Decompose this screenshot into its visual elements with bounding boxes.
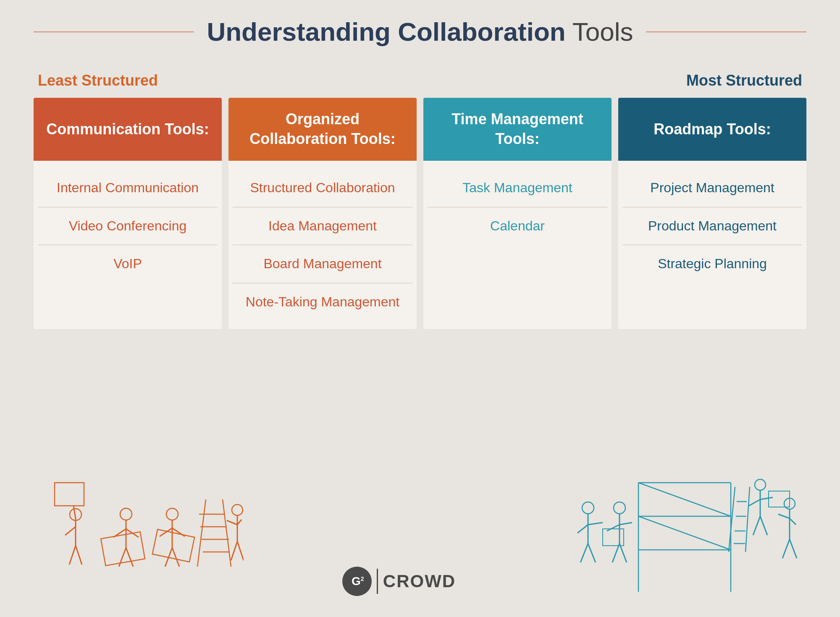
svg-point-27 xyxy=(232,505,243,515)
svg-line-20 xyxy=(172,548,179,567)
svg-line-6 xyxy=(76,546,82,565)
title-light: Tools xyxy=(566,17,633,46)
col-header-communication: Communication Tools: xyxy=(34,98,222,161)
svg-line-1 xyxy=(74,506,76,518)
svg-line-55 xyxy=(620,523,632,525)
svg-line-4 xyxy=(65,527,76,535)
svg-line-57 xyxy=(612,544,620,562)
page-title: Understanding Collaboration Tools xyxy=(207,17,633,47)
svg-line-38 xyxy=(638,483,731,516)
item-video-conferencing: Video Conferencing xyxy=(38,207,218,246)
page-wrapper: Understanding Collaboration Tools Least … xyxy=(0,0,840,617)
header-line-left xyxy=(34,31,194,32)
svg-line-54 xyxy=(607,525,620,531)
svg-line-70 xyxy=(782,539,790,558)
column-roadmap: Roadmap Tools: Project Management Produc… xyxy=(618,98,806,329)
header-line-right xyxy=(646,31,806,32)
svg-line-61 xyxy=(749,499,760,506)
g2-logo: G2 CROWD xyxy=(342,567,456,596)
svg-line-22 xyxy=(223,499,231,567)
svg-line-41 xyxy=(746,487,750,552)
item-idea-management: Idea Management xyxy=(233,207,412,246)
svg-line-40 xyxy=(729,487,735,552)
col-items-communication: Internal Communication Video Conferencin… xyxy=(34,161,222,291)
illustration-right xyxy=(554,474,798,600)
item-product-management: Product Management xyxy=(622,207,802,246)
svg-line-48 xyxy=(578,525,588,533)
bottom-section: G2 CROWD xyxy=(34,350,806,600)
svg-line-21 xyxy=(197,499,206,567)
svg-line-5 xyxy=(69,546,76,565)
grid-section: Communication Tools: Internal Communicat… xyxy=(34,98,806,329)
illustration-left xyxy=(42,474,244,600)
item-strategic-planning: Strategic Planning xyxy=(622,245,802,283)
title-bold: Understanding Collaboration xyxy=(207,17,565,46)
svg-line-50 xyxy=(580,544,588,562)
column-communication: Communication Tools: Internal Communicat… xyxy=(34,98,222,329)
svg-line-68 xyxy=(778,514,790,518)
svg-line-32 xyxy=(237,541,244,560)
svg-line-39 xyxy=(638,516,731,550)
right-illustration-svg xyxy=(554,474,798,600)
item-structured-collaboration: Structured Collaboration xyxy=(233,169,412,207)
svg-line-31 xyxy=(231,541,237,560)
col-header-organized: Organized Collaboration Tools: xyxy=(228,98,417,161)
svg-line-12 xyxy=(119,548,126,567)
item-internal-communication: Internal Communication xyxy=(38,169,218,207)
svg-point-46 xyxy=(582,502,594,514)
col-items-time: Task Management Calendar xyxy=(423,161,612,253)
column-time: Time Management Tools: Task Management C… xyxy=(423,98,612,329)
g2-badge: G2 xyxy=(342,567,372,596)
item-note-taking: Note-Taking Management xyxy=(233,283,412,321)
col-header-roadmap: Roadmap Tools: xyxy=(618,98,806,161)
svg-line-13 xyxy=(126,548,133,567)
g2-crowd-text: CROWD xyxy=(383,571,456,591)
column-organized: Organized Collaboration Tools: Structure… xyxy=(228,98,417,329)
svg-line-58 xyxy=(620,544,627,562)
svg-point-59 xyxy=(755,479,766,490)
left-illustration-svg xyxy=(42,474,244,600)
col-items-organized: Structured Collaboration Idea Management… xyxy=(228,161,417,329)
svg-line-49 xyxy=(588,523,603,525)
item-project-management: Project Management xyxy=(622,169,802,207)
svg-point-52 xyxy=(614,502,625,514)
svg-point-7 xyxy=(120,508,132,520)
item-board-management: Board Management xyxy=(233,245,412,283)
g2-divider xyxy=(377,569,378,594)
svg-line-71 xyxy=(790,539,797,558)
svg-point-14 xyxy=(166,508,178,520)
svg-line-51 xyxy=(588,544,596,562)
item-task-management: Task Management xyxy=(428,169,607,207)
svg-line-65 xyxy=(760,516,767,535)
item-calendar: Calendar xyxy=(428,207,607,245)
label-most-structured: Most Structured xyxy=(686,72,802,89)
header-section: Understanding Collaboration Tools xyxy=(34,17,806,47)
col-items-roadmap: Project Management Product Management St… xyxy=(618,161,806,291)
item-voip: VoIP xyxy=(38,245,218,283)
svg-line-69 xyxy=(790,518,796,525)
svg-rect-18 xyxy=(152,529,195,562)
svg-rect-56 xyxy=(603,529,624,546)
svg-line-29 xyxy=(227,520,237,525)
svg-rect-0 xyxy=(55,483,84,506)
svg-line-64 xyxy=(753,516,760,535)
svg-line-62 xyxy=(760,497,773,499)
g2-badge-text: G2 xyxy=(352,575,362,588)
label-least-structured: Least Structured xyxy=(38,72,158,89)
labels-row: Least Structured Most Structured xyxy=(34,72,806,89)
col-header-time: Time Management Tools: xyxy=(423,98,612,161)
